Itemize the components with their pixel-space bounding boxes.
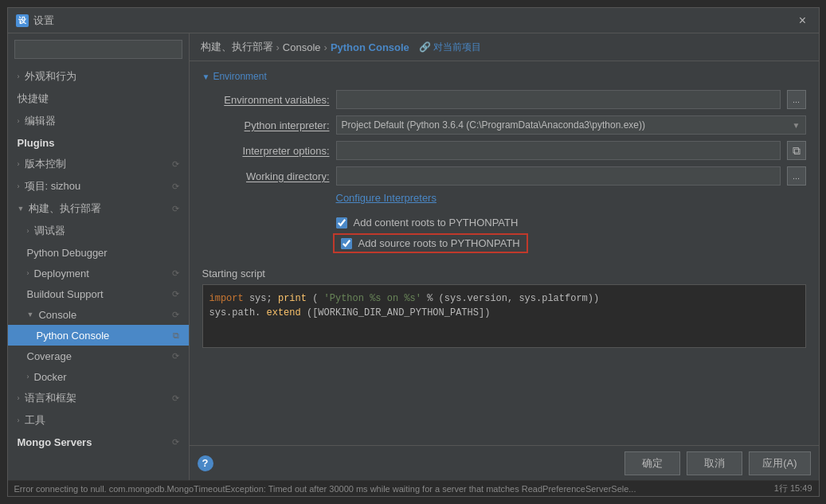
sidebar-item-console[interactable]: ▼ Console ⟳ bbox=[8, 304, 189, 325]
env-vars-label: Environment variables: bbox=[202, 94, 330, 106]
bottom-left: ? bbox=[198, 455, 213, 471]
copy-icon: ⧉ bbox=[173, 330, 179, 341]
search-input[interactable] bbox=[14, 40, 182, 59]
interpreter-options-label: Interpreter options: bbox=[202, 145, 330, 157]
sync-icon: ⟳ bbox=[172, 310, 179, 320]
python-interpreter-label: Python interpreter: bbox=[202, 119, 330, 131]
sidebar-item-build[interactable]: ▼ 构建、执行部署 ⟳ bbox=[8, 197, 189, 220]
expand-icon: › bbox=[18, 394, 20, 402]
sidebar-item-python-console[interactable]: Python Console ⧉ bbox=[8, 325, 189, 346]
starting-script-container: Starting script bbox=[202, 268, 806, 279]
sidebar: › 外观和行为 快捷键 › 编辑器 Plugins bbox=[8, 33, 190, 480]
expand-icon: ▼ bbox=[18, 205, 25, 213]
sidebar-item-python-debugger[interactable]: Python Debugger bbox=[8, 242, 189, 263]
breadcrumb: 构建、执行部署 › Console › Python Console 🔗 对当前… bbox=[190, 33, 819, 61]
code-line-1: import sys; print ( 'Python %s on %s' % … bbox=[209, 291, 799, 306]
expand-icon: › bbox=[27, 373, 29, 381]
sync-icon: ⟳ bbox=[172, 351, 179, 361]
sidebar-item-appearance[interactable]: › 外观和行为 bbox=[8, 65, 189, 88]
cancel-button[interactable]: 取消 bbox=[687, 451, 742, 475]
sidebar-item-buildout[interactable]: Buildout Support ⟳ bbox=[8, 283, 189, 304]
title-bar-left: 设 设置 bbox=[16, 14, 54, 28]
sync-icon: ⟳ bbox=[172, 268, 179, 279]
sync-icon: ⟳ bbox=[172, 182, 179, 192]
expand-icon: ▼ bbox=[27, 311, 34, 318]
sidebar-item-coverage[interactable]: Coverage ⟳ bbox=[8, 346, 189, 366]
status-bar: Error connecting to null. com.mongodb.Mo… bbox=[8, 480, 819, 496]
bottom-right: 确定 取消 应用(A) bbox=[624, 451, 810, 475]
interpreter-options-copy-button[interactable]: ⧉ bbox=[787, 141, 806, 160]
starting-script-label: Starting script bbox=[202, 268, 265, 279]
expand-icon: › bbox=[18, 72, 20, 80]
content-roots-row: Add content roots to PYTHONPATH bbox=[336, 217, 806, 229]
python-interpreter-select[interactable]: Project Default (Python 3.6.4 (C:\Progra… bbox=[336, 115, 806, 135]
search-box bbox=[14, 40, 182, 59]
working-dir-input[interactable] bbox=[336, 166, 781, 186]
sidebar-item-tools[interactable]: › 工具 bbox=[8, 409, 189, 432]
sidebar-item-editor[interactable]: › 编辑器 bbox=[8, 110, 189, 132]
title-bar: 设 设置 × bbox=[8, 8, 819, 33]
env-vars-row: Environment variables: ... bbox=[202, 90, 806, 109]
main-area: › 外观和行为 快捷键 › 编辑器 Plugins bbox=[8, 33, 819, 480]
python-interpreter-row: Python interpreter: Project Default (Pyt… bbox=[202, 115, 806, 135]
env-vars-input[interactable] bbox=[336, 90, 781, 109]
close-button[interactable]: × bbox=[795, 13, 811, 29]
expand-icon: › bbox=[18, 117, 20, 125]
interpreter-options-row: Interpreter options: ⧉ bbox=[202, 141, 806, 160]
project-link[interactable]: 🔗 对当前项目 bbox=[419, 41, 481, 54]
working-dir-browse-button[interactable]: ... bbox=[787, 166, 806, 186]
help-button[interactable]: ? bbox=[198, 455, 213, 471]
env-vars-browse-button[interactable]: ... bbox=[787, 90, 806, 109]
settings-content: ▼ Environment Environment variables: ...… bbox=[190, 61, 819, 445]
env-section-header: ▼ Environment bbox=[202, 71, 806, 82]
configure-interpreters-link[interactable]: Configure Interpreters bbox=[336, 192, 436, 204]
configure-interpreters-container: Configure Interpreters bbox=[202, 192, 806, 210]
sidebar-item-docker[interactable]: › Docker bbox=[8, 366, 189, 387]
sidebar-item-vcs[interactable]: › 版本控制 ⟳ bbox=[8, 153, 189, 175]
working-dir-label: Working directory: bbox=[202, 170, 330, 182]
dialog-title: 设置 bbox=[33, 14, 54, 28]
apply-button[interactable]: 应用(A) bbox=[749, 451, 810, 475]
bottom-bar: ? 确定 取消 应用(A) bbox=[190, 445, 819, 480]
expand-icon: › bbox=[18, 160, 20, 168]
sidebar-item-project[interactable]: › 项目: sizhou ⟳ bbox=[8, 175, 189, 197]
sync-icon: ⟳ bbox=[172, 204, 179, 214]
sidebar-item-keymap[interactable]: 快捷键 bbox=[8, 88, 189, 110]
sync-icon: ⟳ bbox=[172, 159, 179, 170]
content-area: 构建、执行部署 › Console › Python Console 🔗 对当前… bbox=[190, 33, 819, 480]
content-roots-checkbox[interactable] bbox=[336, 217, 347, 229]
sidebar-item-plugins[interactable]: Plugins bbox=[8, 132, 189, 153]
dialog-icon: 设 bbox=[16, 14, 29, 27]
sync-icon: ⟳ bbox=[172, 437, 179, 447]
working-dir-row: Working directory: ... bbox=[202, 166, 806, 186]
chevron-down-icon: ▼ bbox=[793, 121, 801, 130]
code-line-2: sys.path. extend ([WORKING_DIR_AND_PYTHO… bbox=[209, 306, 799, 320]
status-message: Error connecting to null. com.mongodb.Mo… bbox=[14, 484, 768, 494]
interpreter-options-input[interactable] bbox=[336, 141, 781, 160]
expand-icon: › bbox=[18, 416, 20, 424]
expand-icon: › bbox=[18, 182, 20, 190]
sidebar-item-debugger[interactable]: › 调试器 bbox=[8, 220, 189, 242]
source-roots-checkbox[interactable] bbox=[341, 238, 352, 249]
status-position: 1行 15:49 bbox=[774, 483, 812, 494]
sync-icon: ⟳ bbox=[172, 289, 179, 299]
collapse-icon: ▼ bbox=[202, 72, 210, 81]
settings-dialog: 设 设置 × › 外观和行为 快捷键 bbox=[7, 7, 820, 497]
source-roots-row: Add source roots to PYTHONPATH bbox=[333, 233, 528, 253]
sidebar-item-lang-framework[interactable]: › 语言和框架 ⟳ bbox=[8, 387, 189, 409]
sidebar-item-deployment[interactable]: › Deployment ⟳ bbox=[8, 263, 189, 283]
expand-icon: › bbox=[27, 227, 29, 235]
starting-script-code: import sys; print ( 'Python %s on %s' % … bbox=[202, 284, 806, 348]
sidebar-item-mongo-servers[interactable]: Mongo Servers ⟳ bbox=[8, 432, 189, 452]
ok-button[interactable]: 确定 bbox=[624, 451, 680, 475]
sync-icon: ⟳ bbox=[172, 393, 179, 404]
expand-icon: › bbox=[27, 269, 29, 277]
